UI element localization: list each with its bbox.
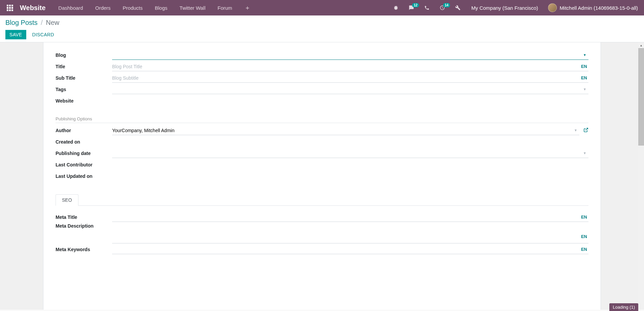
breadcrumb: Blog Posts / New xyxy=(5,19,639,27)
apps-icon[interactable] xyxy=(3,1,17,14)
scrollbar-thumb[interactable] xyxy=(638,48,644,146)
messages-icon[interactable]: 12 xyxy=(405,2,418,14)
form-gutter-left xyxy=(0,42,43,310)
nav-item-orders[interactable]: Orders xyxy=(89,0,117,15)
tools-icon[interactable] xyxy=(451,2,465,14)
lang-button-meta-description[interactable]: EN xyxy=(580,234,588,239)
debug-icon[interactable] xyxy=(389,2,403,14)
tags-input[interactable] xyxy=(112,85,581,93)
loading-indicator: Loading (1) xyxy=(609,303,638,310)
messages-badge: 12 xyxy=(412,3,419,7)
tabs: SEO xyxy=(56,194,588,206)
nav-new-icon[interactable]: ＋ xyxy=(238,4,257,12)
lang-button-subtitle[interactable]: EN xyxy=(580,75,588,80)
meta-keywords-field[interactable]: EN xyxy=(112,245,588,254)
lang-button-meta-keywords[interactable]: EN xyxy=(580,247,588,252)
label-website: Website xyxy=(56,98,112,104)
tags-field[interactable]: ▼ xyxy=(112,85,588,94)
breadcrumb-current: New xyxy=(46,19,59,26)
subtitle-field[interactable]: EN xyxy=(112,73,588,83)
form-gutter-right: ▴ xyxy=(601,42,644,310)
blog-input[interactable] xyxy=(112,51,581,59)
label-subtitle: Sub Title xyxy=(56,75,112,81)
nav-item-dashboard[interactable]: Dashboard xyxy=(52,0,89,15)
tab-seo[interactable]: SEO xyxy=(56,194,78,206)
blog-select[interactable]: ▼ xyxy=(112,50,588,60)
lang-button-meta-title[interactable]: EN xyxy=(580,215,588,220)
nav-item-twitter-wall[interactable]: Twitter Wall xyxy=(173,0,211,15)
avatar xyxy=(548,3,557,12)
activities-badge: 14 xyxy=(443,3,450,7)
title-input[interactable] xyxy=(112,63,580,71)
chevron-down-icon[interactable]: ▼ xyxy=(581,53,588,57)
chevron-down-icon[interactable]: ▼ xyxy=(581,151,588,155)
label-last-contributor: Last Contributor xyxy=(56,162,112,167)
nav-item-products[interactable]: Products xyxy=(117,0,149,15)
label-meta-description: Meta Description xyxy=(56,223,112,229)
meta-description-field[interactable]: EN xyxy=(112,234,588,243)
label-meta-keywords: Meta Keywords xyxy=(56,247,112,252)
website-field xyxy=(112,96,588,106)
brand-title[interactable]: Website xyxy=(19,4,51,12)
meta-title-input[interactable] xyxy=(112,213,580,221)
control-panel: Blog Posts / New SAVE DISCARD xyxy=(0,15,644,42)
publishing-date-input[interactable] xyxy=(112,149,581,157)
external-link-icon[interactable] xyxy=(583,127,588,133)
author-input[interactable] xyxy=(112,126,572,134)
discard-button[interactable]: DISCARD xyxy=(28,30,58,39)
chevron-down-icon[interactable]: ▼ xyxy=(572,128,579,132)
meta-keywords-input[interactable] xyxy=(112,245,580,254)
title-field[interactable]: EN xyxy=(112,62,588,71)
last-updated-on-field xyxy=(112,171,588,181)
user-name-label: Mitchell Admin (14069683-15-0-all) xyxy=(560,5,638,11)
nav-menu: Dashboard Orders Products Blogs Twitter … xyxy=(52,0,256,15)
subtitle-input[interactable] xyxy=(112,74,580,82)
last-contributor-field xyxy=(112,160,588,169)
chevron-down-icon[interactable]: ▼ xyxy=(581,87,588,91)
navbar-top: Website Dashboard Orders Products Blogs … xyxy=(0,0,644,15)
breadcrumb-parent[interactable]: Blog Posts xyxy=(5,19,38,26)
label-tags: Tags xyxy=(56,87,112,92)
scrollbar[interactable]: ▴ xyxy=(638,42,644,310)
label-author: Author xyxy=(56,128,112,133)
lang-button-title[interactable]: EN xyxy=(580,64,588,69)
activities-icon[interactable]: 14 xyxy=(436,2,449,14)
label-last-updated-on: Last Updated on xyxy=(56,173,112,179)
publishing-date-field[interactable]: ▼ xyxy=(112,149,588,158)
scroll-up-icon[interactable]: ▴ xyxy=(638,42,644,48)
save-button[interactable]: SAVE xyxy=(5,30,26,39)
author-field[interactable]: ▼ xyxy=(112,126,579,135)
label-publishing-date: Publishing date xyxy=(56,151,112,156)
nav-item-forum[interactable]: Forum xyxy=(211,0,238,15)
nav-item-blogs[interactable]: Blogs xyxy=(149,0,174,15)
form-sheet: Blog ▼ Title EN Sub Title EN Tags xyxy=(43,42,601,310)
breadcrumb-separator: / xyxy=(39,19,44,26)
label-created-on: Created on xyxy=(56,139,112,145)
label-blog: Blog xyxy=(56,52,112,58)
meta-description-input[interactable] xyxy=(112,235,580,243)
phone-icon[interactable] xyxy=(420,2,434,14)
section-publishing-options: Publishing Options xyxy=(56,116,588,123)
label-meta-title: Meta Title xyxy=(56,215,112,220)
meta-title-field[interactable]: EN xyxy=(112,212,588,222)
created-on-field xyxy=(112,137,588,147)
label-title: Title xyxy=(56,64,112,69)
company-switcher[interactable]: My Company (San Francisco) xyxy=(467,5,543,11)
user-menu[interactable]: Mitchell Admin (14069683-15-0-all) xyxy=(545,3,641,12)
